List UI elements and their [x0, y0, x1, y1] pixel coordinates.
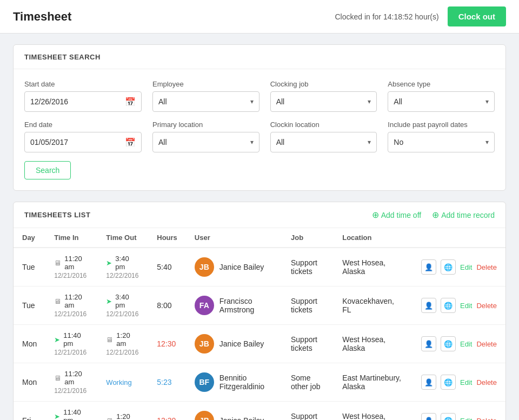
delete-button[interactable]: Delete: [476, 340, 497, 348]
start-date-group: Start date 📅: [24, 80, 142, 112]
user-card-icon-glyph: 👤: [424, 417, 433, 421]
time-out-value: 1:20 am: [116, 412, 139, 420]
globe-icon[interactable]: 🌐: [441, 259, 456, 275]
actions-cell: 👤 🌐 Edit Delete: [412, 402, 505, 421]
search-card: TIMESHEET SEARCH Start date 📅 Employee A…: [13, 44, 506, 191]
user-cell: BF Bennitio Fitzgeraldinio: [186, 363, 282, 402]
delete-button[interactable]: Delete: [476, 263, 497, 271]
time-in-value: 11:40 pm: [63, 408, 89, 420]
user-card-icon-glyph: 👤: [424, 302, 433, 310]
include-past-payroll-group: Include past payroll dates No ▾: [388, 121, 495, 152]
time-in-value: 11:40 pm: [63, 331, 89, 348]
job-cell: Some other job: [282, 363, 334, 402]
top-bar: Timesheet Clocked in for 14:18:52 hour(s…: [0, 0, 519, 34]
plus-circle-icon: ⊕: [372, 210, 379, 220]
timesheets-table: Day Time In Time Out Hours User Job Loca…: [14, 228, 505, 420]
clocking-job-label: Clocking job: [270, 80, 377, 88]
location-cell: East Martinebury, Alaska: [334, 363, 412, 402]
include-past-payroll-value: No: [394, 138, 403, 146]
user-name: Janice Bailey: [219, 339, 264, 348]
primary-location-value: All: [158, 138, 167, 146]
col-actions: [412, 228, 505, 248]
day-cell: Mon: [14, 325, 45, 363]
clocking-job-value: All: [276, 97, 285, 106]
hours-cell: 8:00: [148, 286, 186, 325]
time-out-date: 12/21/2016: [106, 349, 139, 356]
col-user: User: [186, 228, 282, 248]
user-card-icon[interactable]: 👤: [421, 413, 436, 420]
table-row: Tue 🖥 11:20 am 12/21/2016 ➤ 3:40 pm 12/2…: [14, 248, 505, 286]
edit-button[interactable]: Edit: [460, 417, 472, 421]
user-card-icon[interactable]: 👤: [421, 298, 436, 313]
clocking-job-select[interactable]: All ▾: [270, 91, 377, 112]
clockin-location-select[interactable]: All ▾: [270, 132, 377, 152]
add-time-record-button[interactable]: ⊕ Add time record: [432, 210, 495, 220]
include-past-payroll-select[interactable]: No ▾: [388, 132, 495, 152]
job-cell: Support tickets: [282, 286, 334, 325]
user-card-icon[interactable]: 👤: [421, 259, 436, 275]
col-hours: Hours: [148, 228, 186, 248]
delete-button[interactable]: Delete: [476, 378, 497, 386]
hours-cell: 12:30: [148, 402, 186, 421]
add-time-off-button[interactable]: ⊕ Add time off: [372, 210, 421, 220]
user-card-icon[interactable]: 👤: [421, 375, 436, 390]
end-date-field[interactable]: [30, 138, 125, 146]
table-row: Fri ➤ 11:40 pm 12/21/2016 🖥 1:20 am 12:3…: [14, 402, 505, 421]
globe-icon[interactable]: 🌐: [441, 413, 456, 420]
globe-icon[interactable]: 🌐: [441, 298, 456, 313]
user-name: Bennitio Fitzgeraldinio: [219, 374, 274, 391]
globe-icon[interactable]: 🌐: [441, 336, 456, 351]
location-cell: West Hosea, Alaska: [334, 402, 412, 421]
primary-location-select[interactable]: All ▾: [152, 132, 260, 152]
chevron-down-icon: ▾: [368, 98, 371, 105]
globe-icon-glyph: 🌐: [444, 378, 453, 386]
delete-button[interactable]: Delete: [476, 417, 497, 421]
user-card-icon-glyph: 👤: [424, 340, 433, 348]
add-time-off-label: Add time off: [381, 211, 421, 219]
start-date-input[interactable]: 📅: [24, 91, 142, 112]
col-day: Day: [14, 228, 45, 248]
hours-cell: 5:23: [148, 363, 186, 402]
start-date-field[interactable]: [30, 97, 125, 106]
arrow-icon: ➤: [106, 297, 112, 305]
search-button[interactable]: Search: [24, 161, 71, 179]
edit-button[interactable]: Edit: [460, 302, 472, 310]
time-in-value: 11:20 am: [64, 293, 89, 309]
edit-button[interactable]: Edit: [460, 263, 472, 271]
actions-cell: 👤 🌐 Edit Delete: [412, 363, 505, 402]
user-card-icon-glyph: 👤: [424, 378, 433, 386]
location-cell: West Hosea, Alaska: [334, 248, 412, 286]
end-date-group: End date 📅: [24, 121, 142, 152]
table-row: Tue 🖥 11:20 am 12/21/2016 ➤ 3:40 pm 12/2…: [14, 286, 505, 325]
search-row-2: End date 📅 Primary location All ▾ Clocki…: [24, 121, 495, 152]
globe-icon-glyph: 🌐: [444, 263, 453, 271]
edit-button[interactable]: Edit: [460, 340, 472, 348]
delete-button[interactable]: Delete: [476, 302, 497, 310]
absence-type-select[interactable]: All ▾: [388, 91, 495, 112]
chevron-down-icon: ▾: [368, 138, 371, 146]
chevron-down-icon: ▾: [250, 98, 254, 105]
time-in-date: 12/21/2016: [54, 387, 89, 395]
end-date-input[interactable]: 📅: [24, 132, 142, 152]
employee-group: Employee All ▾: [152, 80, 260, 112]
edit-button[interactable]: Edit: [460, 378, 472, 386]
col-time-out: Time Out: [97, 228, 148, 248]
globe-icon-glyph: 🌐: [444, 340, 453, 348]
globe-icon[interactable]: 🌐: [441, 375, 456, 390]
end-date-label: End date: [24, 121, 142, 129]
job-cell: Support tickets: [282, 248, 334, 286]
absence-type-value: All: [394, 97, 402, 106]
day-cell: Fri: [14, 402, 45, 421]
arrow-icon: ➤: [54, 336, 60, 344]
avatar: BF: [195, 372, 214, 392]
search-card-body: Start date 📅 Employee All ▾ Clocking job: [14, 69, 505, 190]
clock-out-button[interactable]: Clock out: [448, 6, 506, 26]
absence-type-label: Absence type: [388, 80, 495, 88]
clockin-location-value: All: [276, 138, 285, 146]
user-card-icon[interactable]: 👤: [421, 336, 436, 351]
time-in-cell: 🖥 11:20 am 12/21/2016: [45, 363, 97, 402]
employee-select[interactable]: All ▾: [152, 91, 260, 112]
avatar: FA: [195, 296, 214, 315]
location-cell: West Hosea, Alaska: [334, 325, 412, 363]
col-job: Job: [282, 228, 334, 248]
